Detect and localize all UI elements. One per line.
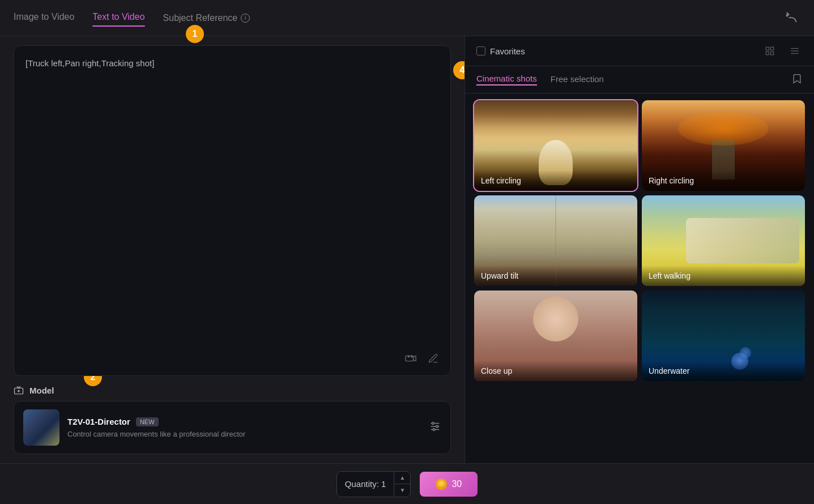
model-section: Model T2V-01-Director NEW Control camera… — [14, 385, 451, 454]
tab-text-to-video[interactable]: Text to Video — [92, 12, 144, 24]
svg-point-8 — [436, 425, 438, 428]
checkbox-box — [476, 46, 485, 55]
bottom-bar: Quantity: 1 ▲ ▼ 🪙 30 — [0, 463, 814, 504]
tab-cinematic-shots[interactable]: Cinematic shots — [476, 74, 537, 86]
shot-card-upward-tilt[interactable]: Upward tilt — [474, 195, 637, 286]
coin-icon: 🪙 — [436, 479, 447, 490]
shot-card-left-walking[interactable]: Left walking — [642, 195, 805, 286]
undo-button[interactable] — [782, 9, 800, 27]
quantity-control: Quantity: 1 ▲ ▼ — [336, 471, 411, 497]
prompt-text: [Truck left,Pan right,Tracking shot] — [25, 57, 439, 70]
shot-tabs: Cinematic shots Free selection — [465, 66, 814, 93]
model-name-row: T2V-01-Director NEW — [67, 417, 421, 426]
model-label: Model — [14, 385, 451, 395]
shot-card-close-up[interactable]: Close up — [474, 291, 637, 381]
edit-icon[interactable] — [425, 351, 441, 366]
bookmark-icon[interactable] — [791, 73, 803, 87]
shot-card-underwater[interactable]: Underwater — [642, 291, 805, 381]
model-name: T2V-01-Director — [67, 417, 130, 426]
right-panel: Favorites Cinematic sho — [464, 36, 814, 463]
tab-subject-reference[interactable]: Subject Reference i — [163, 13, 250, 23]
quantity-label: Quantity: 1 — [337, 472, 394, 497]
svg-point-9 — [433, 429, 435, 431]
svg-point-2 — [411, 356, 412, 357]
shot-label-upward-tilt: Upward tilt — [474, 266, 637, 286]
list-view-icon[interactable] — [787, 43, 803, 59]
svg-rect-13 — [771, 52, 774, 55]
model-description: Control camera movements like a professi… — [67, 430, 421, 438]
top-nav: Image to Video Text to Video Subject Ref… — [0, 0, 814, 36]
model-info: T2V-01-Director NEW Control camera movem… — [67, 417, 421, 438]
tab-free-selection[interactable]: Free selection — [551, 74, 604, 85]
model-section-label: Model — [29, 386, 54, 395]
shot-label-underwater: Underwater — [642, 361, 805, 381]
new-badge: NEW — [136, 417, 159, 426]
svg-point-1 — [408, 356, 410, 357]
shot-card-left-circling[interactable]: Left circling — [474, 100, 637, 191]
favorites-label: Favorites — [490, 46, 525, 56]
shot-label-close-up: Close up — [474, 361, 637, 381]
right-header: Favorites — [465, 36, 814, 66]
shots-grid: Left circling Right circling — [465, 93, 814, 463]
video-reference-icon[interactable] — [403, 351, 419, 366]
shot-label-left-circling: Left circling — [474, 170, 637, 191]
grid-view-icon[interactable] — [762, 43, 778, 59]
main-content: [Truck left,Pan right,Tracking shot] — [0, 36, 814, 463]
tab-image-to-video[interactable]: Image to Video — [14, 12, 74, 24]
svg-rect-11 — [771, 47, 774, 50]
info-icon[interactable]: i — [241, 14, 250, 23]
nav-tabs: Image to Video Text to Video Subject Ref… — [14, 12, 250, 24]
shot-card-right-circling[interactable]: Right circling — [642, 100, 805, 191]
model-thumbnail — [23, 409, 59, 446]
text-area-actions — [403, 351, 441, 366]
svg-rect-12 — [766, 52, 769, 55]
shot-label-left-walking: Left walking — [642, 266, 805, 286]
favorites-checkbox-container[interactable]: Favorites — [476, 46, 525, 56]
svg-point-7 — [432, 422, 434, 425]
left-panel: [Truck left,Pan right,Tracking shot] — [0, 36, 464, 463]
generate-button[interactable]: 🪙 30 — [420, 472, 478, 497]
text-area-container[interactable]: [Truck left,Pan right,Tracking shot] — [14, 45, 451, 376]
model-card[interactable]: T2V-01-Director NEW Control camera movem… — [14, 401, 451, 454]
generate-cost: 30 — [451, 479, 462, 489]
svg-rect-10 — [766, 47, 769, 50]
quantity-arrows: ▲ ▼ — [394, 472, 410, 497]
quantity-up[interactable]: ▲ — [394, 472, 410, 485]
quantity-down[interactable]: ▼ — [394, 484, 410, 497]
settings-icon[interactable] — [429, 420, 441, 435]
subject-reference-label: Subject Reference — [163, 13, 238, 23]
shot-label-right-circling: Right circling — [642, 170, 805, 191]
